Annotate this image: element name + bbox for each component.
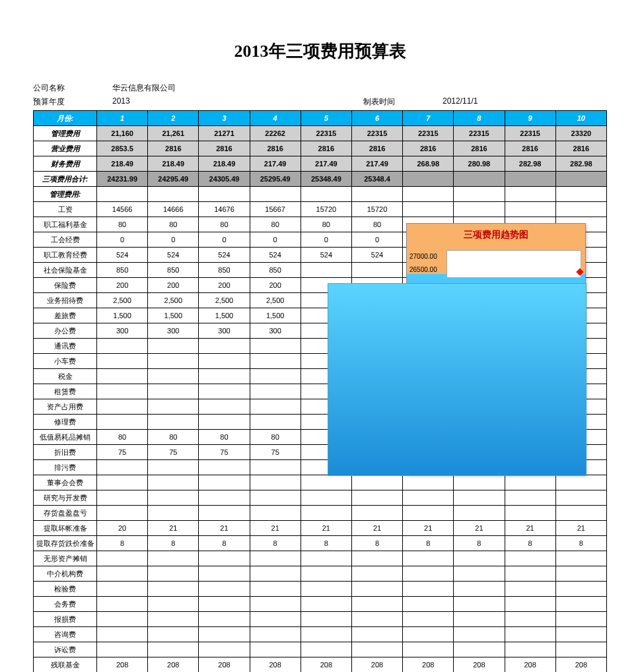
data-cell[interactable]: [454, 551, 505, 566]
data-cell[interactable]: 22315: [351, 126, 402, 141]
data-cell[interactable]: [148, 187, 199, 202]
data-cell[interactable]: [250, 460, 301, 475]
data-cell[interactable]: [301, 475, 351, 490]
data-cell[interactable]: 22315: [505, 126, 555, 141]
data-cell[interactable]: 2816: [555, 141, 606, 156]
data-cell[interactable]: 1,500: [148, 308, 199, 323]
data-cell[interactable]: [199, 582, 250, 597]
data-cell[interactable]: 208: [555, 657, 606, 673]
data-cell[interactable]: [97, 627, 148, 642]
data-cell[interactable]: [454, 566, 505, 582]
data-cell[interactable]: [97, 566, 148, 582]
data-cell[interactable]: 218.49: [199, 156, 250, 172]
data-cell[interactable]: [199, 642, 250, 657]
data-cell[interactable]: [403, 490, 454, 506]
data-cell[interactable]: [301, 566, 351, 582]
data-cell[interactable]: 268.98: [403, 156, 454, 172]
data-cell[interactable]: 20: [97, 521, 148, 536]
data-cell[interactable]: 80: [199, 430, 250, 445]
data-cell[interactable]: 217.49: [351, 156, 402, 172]
data-cell[interactable]: [454, 612, 505, 627]
data-cell[interactable]: [301, 612, 351, 627]
data-cell[interactable]: [250, 597, 301, 612]
data-cell[interactable]: 14566: [97, 202, 148, 217]
data-cell[interactable]: 80: [351, 217, 402, 232]
data-cell[interactable]: [555, 490, 606, 506]
data-cell[interactable]: [351, 263, 402, 278]
data-cell[interactable]: [454, 475, 505, 490]
data-cell[interactable]: [199, 339, 250, 354]
data-cell[interactable]: [97, 597, 148, 612]
data-cell[interactable]: 200: [199, 278, 250, 293]
data-cell[interactable]: 21: [555, 521, 606, 536]
data-cell[interactable]: 0: [351, 232, 402, 248]
data-cell[interactable]: 24305.49: [199, 172, 250, 187]
data-cell[interactable]: 208: [148, 657, 199, 673]
data-cell[interactable]: 208: [250, 657, 301, 673]
data-cell[interactable]: [148, 566, 199, 582]
data-cell[interactable]: 218.49: [97, 156, 148, 172]
data-cell[interactable]: [555, 642, 606, 657]
data-cell[interactable]: [505, 187, 555, 202]
data-cell[interactable]: [403, 551, 454, 566]
data-cell[interactable]: 15720: [351, 202, 402, 217]
data-cell[interactable]: [403, 627, 454, 642]
data-cell[interactable]: 0: [301, 232, 351, 248]
data-cell[interactable]: [250, 490, 301, 506]
data-cell[interactable]: [97, 551, 148, 566]
data-cell[interactable]: [351, 506, 402, 521]
data-cell[interactable]: 208: [97, 657, 148, 673]
data-cell[interactable]: [555, 627, 606, 642]
data-cell[interactable]: [97, 612, 148, 627]
data-cell[interactable]: [199, 354, 250, 369]
data-cell[interactable]: [97, 339, 148, 354]
data-cell[interactable]: [301, 642, 351, 657]
data-cell[interactable]: 208: [403, 657, 454, 673]
data-cell[interactable]: [250, 506, 301, 521]
data-cell[interactable]: 8: [250, 536, 301, 551]
data-cell[interactable]: 8: [148, 536, 199, 551]
data-cell[interactable]: 14666: [148, 202, 199, 217]
data-cell[interactable]: 2,500: [250, 293, 301, 308]
data-cell[interactable]: [148, 582, 199, 597]
data-cell[interactable]: 80: [199, 217, 250, 232]
data-cell[interactable]: [301, 490, 351, 506]
data-cell[interactable]: 850: [97, 263, 148, 278]
data-cell[interactable]: 2816: [199, 141, 250, 156]
data-cell[interactable]: 2,500: [97, 293, 148, 308]
data-cell[interactable]: [454, 642, 505, 657]
data-cell[interactable]: [555, 172, 606, 187]
data-cell[interactable]: 8: [97, 536, 148, 551]
data-cell[interactable]: 300: [250, 323, 301, 339]
data-cell[interactable]: 8: [505, 536, 555, 551]
data-cell[interactable]: [148, 597, 199, 612]
data-cell[interactable]: [148, 642, 199, 657]
data-cell[interactable]: [97, 187, 148, 202]
data-cell[interactable]: 8: [301, 536, 351, 551]
data-cell[interactable]: [505, 566, 555, 582]
data-cell[interactable]: [250, 627, 301, 642]
data-cell[interactable]: 0: [199, 232, 250, 248]
data-cell[interactable]: 208: [505, 657, 555, 673]
data-cell[interactable]: 21: [199, 521, 250, 536]
data-cell[interactable]: [199, 597, 250, 612]
data-cell[interactable]: 524: [301, 248, 351, 263]
data-cell[interactable]: 22262: [250, 126, 301, 141]
data-cell[interactable]: 2816: [403, 141, 454, 156]
data-cell[interactable]: [199, 612, 250, 627]
data-cell[interactable]: [454, 582, 505, 597]
data-cell[interactable]: [351, 597, 402, 612]
data-cell[interactable]: [301, 263, 351, 278]
data-cell[interactable]: 2,500: [148, 293, 199, 308]
data-cell[interactable]: [97, 384, 148, 399]
data-cell[interactable]: [97, 354, 148, 369]
data-cell[interactable]: 850: [250, 263, 301, 278]
data-cell[interactable]: 217.49: [250, 156, 301, 172]
data-cell[interactable]: 2816: [505, 141, 555, 156]
data-cell[interactable]: 2816: [351, 141, 402, 156]
data-cell[interactable]: 25348.4: [351, 172, 402, 187]
data-cell[interactable]: 524: [199, 248, 250, 263]
data-cell[interactable]: 282.98: [505, 156, 555, 172]
data-cell[interactable]: 21: [351, 521, 402, 536]
data-cell[interactable]: 850: [148, 263, 199, 278]
